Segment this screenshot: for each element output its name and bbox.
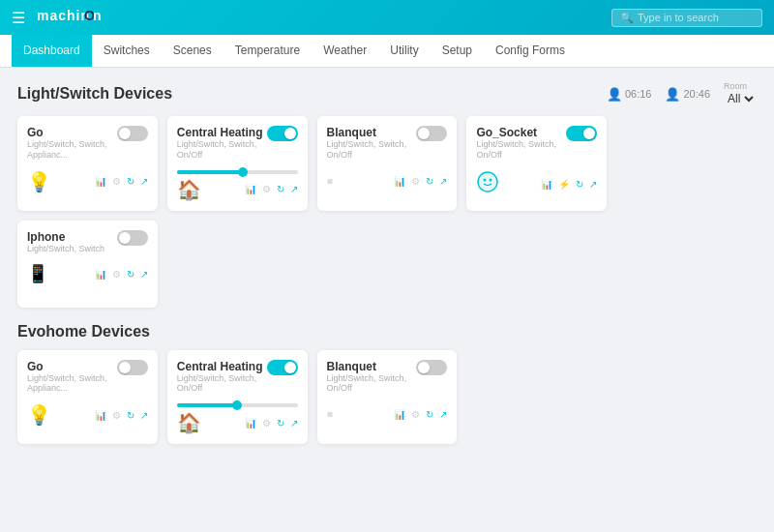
device-card-go: Go Light/Switch, Switch, Applianc... 💡 📊… [17, 116, 158, 211]
brightness-slider[interactable] [177, 403, 298, 407]
sunset-icon: 👤 [665, 87, 680, 102]
card-actions: 📊 ⚙ ↻ ↗ [394, 409, 447, 420]
device-card-iphone: Iphone Light/Switch, Switch 📱 📊 ⚙ ↻ ↗ [17, 221, 158, 308]
device-name: Go [27, 360, 117, 373]
device-type: Light/Switch, Switch, Applianc... [27, 373, 117, 395]
logo: machin O n [37, 7, 124, 28]
nav-config-forms[interactable]: Config Forms [484, 35, 577, 67]
room-dropdown[interactable]: All [724, 91, 757, 106]
settings-icon[interactable]: ⚙ [411, 409, 420, 420]
hamburger-icon[interactable]: ☰ [12, 9, 25, 27]
chart-icon[interactable]: 📊 [95, 410, 106, 421]
device-toggle[interactable] [416, 126, 447, 141]
device-name: Go [27, 126, 117, 139]
evohome-card-go: Go Light/Switch, Switch, Applianc... 💡 📊… [17, 350, 158, 445]
refresh-icon[interactable]: ↻ [426, 176, 433, 187]
card-actions: 📊 ⚙ ↻ ↗ [95, 176, 148, 187]
svg-point-4 [484, 178, 487, 181]
light-switch-title: Light/Switch Devices [17, 85, 607, 103]
card-actions: 📊 ⚡ ↻ ↗ [541, 179, 597, 190]
refresh-icon[interactable]: ↻ [277, 184, 284, 194]
refresh-icon[interactable]: ↻ [127, 176, 134, 187]
settings-icon[interactable]: ⚙ [112, 410, 121, 421]
nav-temperature[interactable]: Temperature [223, 35, 312, 67]
room-selector[interactable]: Room All [724, 81, 757, 106]
refresh-icon[interactable]: ↻ [426, 409, 433, 420]
chart-icon[interactable]: 📊 [245, 418, 256, 429]
nav-dashboard[interactable]: Dashboard [12, 35, 92, 67]
link-icon[interactable]: ↗ [140, 269, 148, 280]
link-icon[interactable]: ↗ [140, 410, 148, 421]
settings-icon[interactable]: ⚙ [262, 184, 271, 194]
nav-scenes[interactable]: Scenes [162, 35, 223, 67]
settings-icon[interactable]: ⚙ [411, 176, 420, 187]
chart-icon[interactable]: 📊 [95, 269, 106, 280]
sunrise-icon: 👤 [607, 87, 622, 102]
nav-switches[interactable]: Switches [92, 35, 162, 67]
device-name: Go_Socket [476, 126, 566, 139]
link-icon[interactable]: ↗ [290, 418, 298, 429]
refresh-icon[interactable]: ↻ [277, 418, 284, 429]
link-icon[interactable]: ↗ [290, 184, 298, 194]
device-type: Light/Switch, Switch, Applianc... [27, 139, 117, 161]
chart-icon[interactable]: 📊 [541, 179, 552, 190]
device-icon-heating: 🏠 [177, 411, 201, 434]
device-type: Light/Switch, Switch, On/Off [327, 373, 417, 395]
link-icon[interactable]: ↗ [439, 409, 447, 420]
svg-point-3 [478, 172, 497, 192]
settings-icon[interactable]: ⚙ [112, 269, 121, 280]
chart-icon[interactable]: 📊 [95, 176, 106, 187]
device-card-blanquet: Blanquet Light/Switch, Switch, On/Off ▪ … [317, 116, 458, 211]
nav-utility[interactable]: Utility [378, 35, 430, 67]
search-bar[interactable]: 🔍 [611, 9, 762, 27]
device-icon-bulb: 💡 [27, 403, 51, 427]
refresh-icon[interactable]: ↻ [127, 269, 134, 280]
device-name: Iphone [27, 230, 104, 244]
sunset-time: 20:46 [683, 88, 710, 100]
svg-text:machin: machin [37, 8, 90, 23]
device-toggle[interactable] [267, 126, 298, 141]
chart-icon[interactable]: 📊 [245, 184, 256, 194]
header: ☰ machin O n 🔍 [0, 0, 774, 35]
device-toggle[interactable] [117, 360, 148, 375]
device-toggle[interactable] [117, 126, 148, 141]
refresh-icon[interactable]: ↻ [127, 410, 134, 421]
device-type: Light/Switch, Switch, On/Off [177, 373, 267, 395]
device-name: Blanquet [327, 126, 417, 139]
card-actions: 📊 ⚙ ↻ ↗ [245, 184, 298, 194]
room-label: Room [724, 81, 757, 91]
light-switch-section-header: Light/Switch Devices 👤 06:16 👤 20:46 Roo… [17, 81, 757, 106]
device-toggle[interactable] [566, 126, 597, 141]
device-toggle[interactable] [267, 360, 298, 375]
svg-text:n: n [93, 8, 103, 23]
device-type: Light/Switch, Switch [27, 244, 104, 254]
device-type: Light/Switch, Switch, On/Off [327, 139, 417, 161]
link-icon[interactable]: ↗ [140, 176, 148, 187]
device-icon-bulb: 💡 [27, 170, 51, 193]
search-icon: 🔍 [620, 12, 634, 24]
device-name: Blanquet [327, 360, 417, 373]
device-type: Light/Switch, Switch, On/Off [177, 139, 267, 161]
evohome-section-header: Evohome Devices [17, 323, 757, 340]
power-icon[interactable]: ⚡ [558, 179, 570, 190]
device-icon-phone: 📱 [27, 263, 48, 284]
settings-icon[interactable]: ⚙ [262, 418, 271, 429]
device-name: Central Heating [177, 126, 267, 139]
evohome-card-blanquet: Blanquet Light/Switch, Switch, On/Off ▪ … [317, 350, 458, 445]
device-toggle[interactable] [416, 360, 447, 375]
refresh-icon[interactable]: ↻ [576, 179, 583, 190]
evohome-title: Evohome Devices [17, 323, 757, 340]
search-input[interactable] [638, 12, 754, 23]
card-actions: 📊 ⚙ ↻ ↗ [95, 410, 148, 421]
nav-weather[interactable]: Weather [312, 35, 378, 67]
card-actions: 📊 ⚙ ↻ ↗ [95, 269, 148, 280]
device-toggle[interactable] [117, 230, 148, 246]
nav-setup[interactable]: Setup [431, 35, 484, 67]
link-icon[interactable]: ↗ [439, 176, 447, 187]
device-icon-blanket: ▪ [327, 403, 334, 426]
chart-icon[interactable]: 📊 [394, 176, 405, 187]
chart-icon[interactable]: 📊 [394, 409, 405, 420]
link-icon[interactable]: ↗ [589, 179, 597, 190]
settings-icon[interactable]: ⚙ [112, 176, 121, 187]
brightness-slider[interactable] [177, 170, 298, 174]
